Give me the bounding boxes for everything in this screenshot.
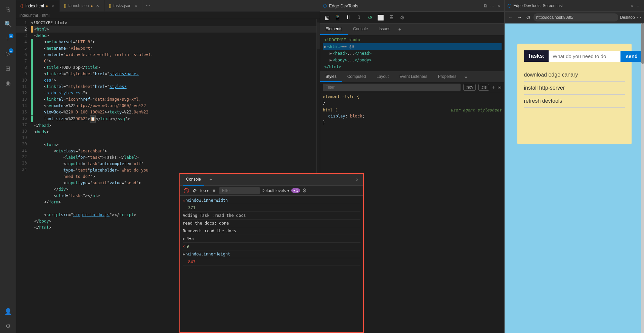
styles-tab-label: Styles — [326, 74, 337, 79]
screencast-actions: × ··· — [629, 3, 641, 8]
styles-tab-event-listeners[interactable]: Event Listeners — [394, 72, 433, 82]
dom-html-close: </html> — [323, 63, 502, 70]
device-emulation-icon[interactable]: 📱 — [334, 13, 342, 21]
tab-close-tasks-json[interactable]: × — [133, 3, 139, 8]
search-icon[interactable]: 🔍 — [1, 17, 15, 31]
console-add-tab-button[interactable]: + — [207, 176, 215, 184]
devtools-toolbar-buttons: ⬕ 📱 ⏸ ⤵ ↺ ⬜ 🖥 ⚙ — [320, 12, 504, 23]
close-screencast-icon[interactable]: × — [629, 3, 635, 8]
tab-modified-indicator: ● — [46, 4, 48, 8]
back-button[interactable]: ← — [507, 14, 514, 21]
breadcrumb-section[interactable]: html — [42, 13, 50, 18]
screencast-nav-bar: ← → ↺ Desktop ··· — [505, 12, 644, 23]
dom-head-node[interactable]: ▶ <head>...</head> — [323, 50, 502, 57]
styles-filter-input[interactable] — [323, 84, 461, 91]
dom-head-expand[interactable]: ▶ — [330, 50, 332, 57]
tab-more-icon[interactable]: + — [396, 23, 404, 35]
step-over-icon[interactable]: ⤵ — [355, 13, 363, 21]
split-view-icon[interactable]: ⧉ — [483, 3, 488, 8]
console-clear-icon[interactable]: 🚫 — [183, 187, 189, 194]
extensions-icon[interactable]: ⊞ — [1, 62, 15, 75]
styles-tab-computed[interactable]: Computed — [342, 72, 371, 82]
style-rule-element: element.style { } — [323, 94, 502, 106]
close-devtools-icon[interactable]: × — [496, 3, 502, 8]
console-top-dropdown[interactable]: top ▾ — [200, 188, 209, 193]
tab-label-launch-json: launch.json — [69, 3, 89, 8]
console-settings-icon[interactable]: ⚙ — [302, 187, 307, 194]
styles-tab-layout[interactable]: Layout — [371, 72, 394, 82]
tab-overflow-button[interactable]: ··· — [143, 3, 153, 9]
json-icon-launch: {} — [64, 3, 67, 8]
reload-button[interactable]: ↺ — [525, 14, 531, 21]
cls-button[interactable]: .cls — [478, 84, 489, 91]
code-line-7: <link rel="stylesheet" href="styles/base… — [31, 71, 316, 77]
tab-index-html[interactable]: ⟨⟩ index.html ● × — [16, 0, 60, 12]
line-num: 24 — [16, 166, 27, 173]
layout-icon[interactable]: ⊡ — [498, 85, 502, 90]
screencast-more-icon[interactable]: ··· — [636, 3, 641, 8]
tab-close-index-html[interactable]: × — [50, 3, 55, 9]
todo-input[interactable] — [549, 51, 620, 62]
dom-body-expand[interactable]: ▶ — [330, 57, 332, 63]
dom-html-node[interactable]: ▶ <html> == $0 — [323, 43, 502, 50]
dom-html-expand[interactable]: ▶ — [324, 43, 327, 50]
forward-button[interactable]: → — [516, 14, 523, 21]
tab-close-launch-json[interactable]: × — [95, 3, 100, 8]
todo-send-button[interactable]: send — [620, 51, 643, 62]
hov-button[interactable]: :hov — [463, 84, 476, 91]
dom-body-node[interactable]: ▶ <body>...</body> — [323, 57, 502, 63]
line-num: 17 — [16, 122, 27, 128]
tab-elements[interactable]: Elements — [320, 23, 348, 35]
screencast-scrollbar[interactable] — [641, 23, 644, 333]
line-num: 19 — [16, 135, 27, 141]
devtools-title: Edge DevTools — [329, 3, 481, 8]
stop-icon[interactable]: ⬜ — [377, 13, 385, 21]
line-num: 3 — [16, 33, 27, 39]
tab-label-tasks-json: tasks.json — [114, 3, 131, 8]
code-line-8b: to-do-styles.css"> — [31, 90, 316, 96]
computed-tab-label: Computed — [347, 74, 366, 79]
console-filter-input[interactable] — [219, 187, 260, 194]
pause-icon[interactable]: ⏸ — [344, 13, 352, 21]
screencast-toggle-icon[interactable]: 🖥 — [387, 13, 395, 21]
tab-issues[interactable]: Issues — [373, 23, 396, 35]
account-icon[interactable]: 👤 — [1, 305, 15, 318]
line-num: 5 — [16, 45, 27, 52]
source-control-icon[interactable]: ⑂ 4 — [1, 32, 15, 46]
console-tab[interactable]: Console — [183, 174, 204, 186]
tab-tasks-json[interactable]: {} tasks.json × — [105, 0, 143, 12]
settings-icon-dt[interactable]: ⚙ — [398, 13, 406, 21]
settings-icon[interactable]: ⚙ — [1, 320, 15, 333]
breadcrumb-file[interactable]: index.html — [19, 13, 38, 18]
styles-tab-more[interactable]: » — [462, 72, 470, 82]
console-close-button[interactable]: × — [354, 176, 360, 183]
run-debug-icon[interactable]: ▷ 1 — [1, 47, 15, 60]
browser-icon[interactable]: ◉ — [1, 77, 15, 90]
line-num: 11 — [16, 84, 27, 90]
refresh-icon[interactable]: ↺ — [366, 13, 374, 21]
tab-launch-json[interactable]: {} launch.json ● × — [60, 0, 105, 12]
console-ban-icon[interactable]: ⊘ — [191, 187, 198, 194]
screencast-content: Tasks: send download edge canary install… — [505, 23, 644, 333]
screencast-nav-more[interactable]: ··· — [637, 14, 641, 20]
tab-console[interactable]: Console — [348, 23, 373, 35]
console-line-removed: Removed: read the docs — [183, 227, 360, 235]
inspect-element-icon[interactable]: ⬕ — [323, 13, 331, 21]
add-style-icon[interactable]: + — [492, 84, 495, 90]
console-eye-icon[interactable]: 👁 — [211, 187, 217, 194]
device-label: Desktop — [620, 15, 635, 20]
breadcrumb-separator: › — [39, 13, 41, 18]
styles-tab-properties[interactable]: Properties — [433, 72, 462, 82]
console-levels-dropdown[interactable]: Default levels ▾ — [262, 188, 289, 193]
files-icon[interactable]: ⎘ — [1, 3, 15, 16]
tab-elements-label: Elements — [326, 27, 342, 31]
todo-item-3: refresh devtools — [524, 95, 625, 108]
line-num: 23 — [16, 160, 27, 166]
scrollbar-thumb[interactable] — [641, 23, 644, 64]
more-options-icon[interactable]: ··· — [489, 3, 495, 8]
url-bar[interactable] — [533, 13, 618, 21]
tab-issues-label: Issues — [379, 27, 390, 31]
line-num: 22 — [16, 154, 27, 160]
line-num: 2 — [16, 26, 27, 33]
styles-tab-styles[interactable]: Styles — [320, 72, 342, 82]
